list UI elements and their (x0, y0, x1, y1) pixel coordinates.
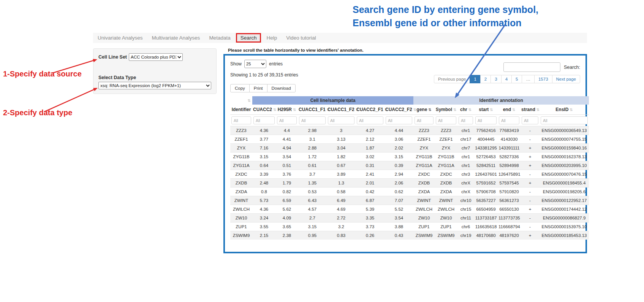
column-header-chr[interactable]: chr⇅ (457, 105, 474, 115)
table-cell: chr11 (457, 214, 474, 223)
table-cell: 3.15 (385, 153, 413, 161)
table-row-zxdb[interactable]: ZXDB2.481.791.351.32.012.06ZXDBZXDBchrX5… (230, 179, 589, 188)
column-header-end[interactable]: end⇅ (498, 105, 521, 115)
filter-input-cuacc2[interactable] (253, 116, 275, 124)
table-row-zzz3[interactable]: ZZZ34.364.42.9834.274.44ZZZ3ZZZ3chr17756… (230, 126, 589, 135)
table-cell: 0.95 (298, 231, 327, 240)
table-row-zxda[interactable]: ZXDA0.80.820.530.580.420.62ZXDAZXDAchrX5… (230, 188, 589, 196)
column-header-cuacc1-f2[interactable]: CUACC1_F2⇅ (327, 105, 356, 115)
page-button-3[interactable]: 3 (491, 75, 501, 83)
column-header-row: IdentifierCUACC2⇅H295R⇅CUACC1_F1⇅CUACC1_… (230, 105, 589, 115)
table-row-zyg11a[interactable]: ZYG11A0.640.510.610.670.310.39ZYG11AZYG1… (230, 161, 589, 170)
copy-button[interactable]: Copy (230, 84, 250, 92)
data-type-select[interactable]: xsq: RNA-seq Expression (log2 FPKM+1) (98, 82, 211, 89)
filter-input-chr[interactable] (459, 116, 473, 124)
table-cell: ENSG00000162378.13 (540, 153, 589, 161)
page-button-1573[interactable]: 1573 (534, 75, 552, 83)
download-button[interactable]: Download (267, 84, 296, 92)
table-cell: 3.73 (356, 223, 385, 231)
nav-tab-video-tutorial[interactable]: Video tutorial (282, 33, 321, 43)
page-button-4[interactable]: 4 (501, 75, 512, 83)
column-label: strand (521, 107, 535, 112)
filter-input-start[interactable] (475, 116, 497, 124)
table-cell: 3.15 (298, 223, 327, 231)
column-header-strand[interactable]: strand⇅ (521, 105, 540, 115)
table-row-zwint[interactable]: ZWINT5.736.596.436.496.877.07ZWINTZWINTc… (230, 196, 589, 205)
table-cell: 4.57 (298, 205, 327, 214)
blue-annotation-line2: Ensembl gene id or other information (353, 16, 538, 30)
table-cell: 7.16 (252, 144, 276, 153)
print-button[interactable]: Print (249, 84, 267, 92)
filter-input-identifier[interactable] (231, 116, 251, 124)
table-row-zswim9[interactable]: ZSWIM92.152.380.950.830.260.43ZSWIM9ZSWI… (230, 231, 589, 240)
column-header-ensid[interactable]: EnsID⇅ (540, 105, 589, 115)
table-cell: ZYX (435, 144, 457, 153)
filter-input-strand[interactable] (522, 116, 538, 124)
table-cell: 1.35 (298, 179, 327, 188)
filter-cell-end (498, 115, 521, 126)
column-header-start[interactable]: start⇅ (474, 105, 498, 115)
table-cell: ENSG00000203995.10 (540, 161, 589, 170)
filter-input-ensid[interactable] (541, 116, 588, 124)
table-row-zyx[interactable]: ZYX7.164.942.883.041.872.02ZYXZYXchr7143… (230, 144, 589, 153)
filter-input-end[interactable] (499, 116, 519, 124)
filter-input-cuacc1-f2[interactable] (328, 116, 354, 124)
table-cell: 0.31 (356, 161, 385, 170)
nav-tab-help[interactable]: Help (262, 33, 282, 43)
table-search-input[interactable] (503, 62, 560, 72)
table-cell: 2.48 (252, 179, 276, 188)
nav-tab-metadata[interactable]: Metadata (204, 33, 235, 43)
column-header-cuacc1-f1[interactable]: CUACC1_F1⇅ (298, 105, 327, 115)
previous-page-button[interactable]: Previous page (434, 75, 470, 83)
filter-cell-identifier (230, 115, 252, 126)
nav-tab-multivariate-analyses[interactable]: Multivariate Analyses (147, 33, 205, 43)
table-row-zyg11b[interactable]: ZYG11B3.153.541.721.823.023.15ZYG11BZYG1… (230, 153, 589, 161)
column-header-symbol[interactable]: Symbol⇅ (435, 105, 457, 115)
nav-tab-search[interactable]: Search (236, 33, 261, 43)
table-cell: 56361273 (498, 196, 521, 205)
table-cell: ENSG00000174442.12 (540, 205, 589, 214)
column-header-h295r[interactable]: H295R⇅ (276, 105, 298, 115)
table-cell: ENSG00000198205.6 (540, 188, 589, 196)
table-cell: ZXDB (413, 179, 435, 188)
filter-input-gene[interactable] (415, 116, 434, 124)
cell-line-set-select[interactable]: ACC Colorado plus PDX (129, 53, 183, 61)
table-cell: 4.36 (252, 126, 276, 135)
filter-cell-cuacc1-f1 (298, 115, 327, 126)
table-cell: ZUP1 (413, 223, 435, 231)
sort-icon: ⇅ (273, 108, 276, 112)
table-cell: 48170680 (474, 231, 498, 240)
filter-input-cuacc2-f1[interactable] (357, 116, 383, 124)
table-cell: 5.39 (356, 205, 385, 214)
column-header-cuacc2[interactable]: CUACC2⇅ (252, 105, 276, 115)
table-cell: 143391111 (498, 144, 521, 153)
table-cell: ZXDA (435, 188, 457, 196)
page-length-select[interactable]: 25 (244, 60, 266, 68)
table-row-zup1[interactable]: ZUP13.553.653.153.23.733.88ZUP1ZUP1chr61… (230, 223, 589, 231)
table-cell: ZZZ3 (413, 126, 435, 135)
page-button-5[interactable]: 5 (511, 75, 522, 83)
filter-input-symbol[interactable] (436, 116, 456, 124)
table-row-zzef1[interactable]: ZZEF13.774.413.13.132.123.06ZZEF1ZZEF1ch… (230, 135, 589, 144)
next-page-button[interactable]: Next page (552, 75, 580, 83)
filter-input-cuacc1-f1[interactable] (299, 116, 326, 124)
column-header-gene[interactable]: gene⇅ (413, 105, 435, 115)
table-cell: 52894998 (498, 161, 521, 170)
table-row-zxdc[interactable]: ZXDC3.393.763.73.892.412.94ZXDCZXDCchr31… (230, 170, 589, 179)
filter-input-cuacc2-f2[interactable] (386, 116, 412, 124)
table-row-zw10[interactable]: ZW103.244.092.72.723.353.54ZW10ZW10chr11… (230, 214, 589, 223)
column-header-cuacc2-f2[interactable]: CUACC2_F2⇅ (385, 105, 413, 115)
table-cell: 3.7 (298, 170, 327, 179)
blue-annotation-text: Search gene ID by entering gene symbol, … (353, 3, 538, 30)
table-row-zwilch[interactable]: ZWILCH4.365.624.574.695.395.52ZWILCHZWIL… (230, 205, 589, 214)
column-header-cuacc2-f1[interactable]: CUACC2_F1⇅ (356, 105, 385, 115)
page-button-2[interactable]: 2 (480, 75, 491, 83)
table-cell: 3.54 (276, 153, 298, 161)
page-button-1[interactable]: 1 (470, 75, 480, 83)
nav-tab-univariate-analyses[interactable]: Univariate Analyses (93, 33, 147, 43)
table-cell: 5.52 (385, 205, 413, 214)
table-cell: 66504959 (474, 205, 498, 214)
table-cell: 2.02 (385, 144, 413, 153)
table-cell: + (521, 153, 540, 161)
filter-input-h295r[interactable] (277, 116, 297, 124)
